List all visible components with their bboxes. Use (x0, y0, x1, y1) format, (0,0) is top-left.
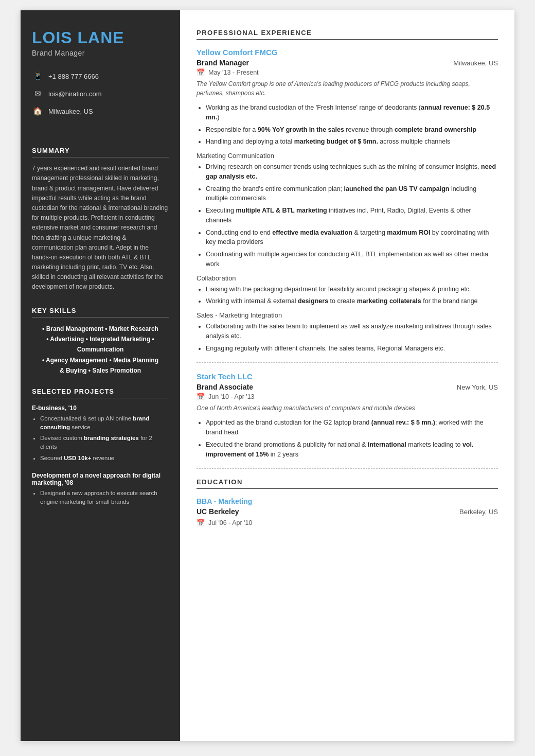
sub-label-collaboration: Collaboration (197, 274, 498, 282)
contact-phone: 📱 +1 888 777 6666 (32, 71, 169, 82)
list-item: Coordinating with multiple agencies for … (206, 250, 498, 269)
sub-label-sales-marketing: Sales - Marketing Integration (197, 311, 498, 319)
skills-section-title: KEY SKILLS (32, 307, 169, 318)
sidebar: LOIS LANE Brand Manager 📱 +1 888 777 666… (21, 10, 180, 741)
divider-2 (197, 468, 498, 469)
contact-list: 📱 +1 888 777 6666 ✉ lois@hiration.com 🏠 … (32, 71, 169, 123)
job-1-bullets-main: Working as the brand custodian of the 'F… (197, 103, 498, 147)
skills-text: • Brand Management • Market Research • A… (32, 324, 169, 376)
address-icon: 🏠 (32, 106, 43, 117)
calendar-icon-2: 📅 (197, 393, 205, 400)
list-item: Designed a new approach to execute searc… (40, 489, 169, 507)
job-2-date: 📅 Jun '10 - Apr '13 (197, 393, 498, 400)
experience-section-title: PROFESSIONAL EXPERIENCE (197, 29, 498, 40)
project-1-title: E-business, '10 (32, 405, 169, 412)
project-2-bullets: Designed a new approach to execute searc… (32, 489, 169, 507)
phone-icon: 📱 (32, 71, 43, 82)
edu-header: UC Berkeley Berkeley, US (197, 507, 498, 517)
job-2-title: Brand Associate (197, 383, 253, 391)
contact-address: 🏠 Milwaukee, US (32, 106, 169, 117)
job-1-marketing-comm-bullets: Driving research on consumer trends usin… (197, 162, 498, 269)
candidate-title: Brand Manager (32, 49, 169, 57)
calendar-icon-3: 📅 (197, 519, 205, 526)
list-item: Secured USD 10k+ revenue (40, 454, 169, 463)
candidate-name: LOIS LANE (32, 29, 169, 47)
list-item: Handling and deploying a total marketing… (206, 137, 498, 147)
list-item: Executed the brand promotions & publicit… (206, 440, 498, 460)
list-item: Working as the brand custodian of the 'F… (206, 103, 498, 122)
list-item: Conceptualized & set up AN online brand … (40, 414, 169, 432)
project-1-bullets: Conceptualized & set up AN online brand … (32, 414, 169, 463)
list-item: Working with internal & external designe… (206, 296, 498, 306)
summary-text: 7 years experienced and result oriented … (32, 164, 169, 292)
job-2-bullets: Appointed as the brand custodian for the… (197, 418, 498, 459)
list-item: Devised custom branding strategies for 2… (40, 434, 169, 452)
projects-section-title: SELECTED PROJECTS (32, 388, 169, 398)
list-item: Engaging regularly with different channe… (206, 344, 498, 354)
job-1-date: 📅 May '13 - Present (197, 68, 498, 76)
edu-degree: BBA - Marketing (197, 497, 498, 505)
company-1-name: Yellow Comfort FMCG (197, 48, 498, 57)
edu-school: UC Berkeley (197, 507, 239, 516)
list-item: Collaborating with the sales team to imp… (206, 322, 498, 341)
project-1: E-business, '10 Conceptualized & set up … (32, 405, 169, 465)
job-1-title: Brand Manager (197, 59, 249, 67)
job-2-description: One of North America's leading manufactu… (197, 403, 498, 413)
list-item: Executing multiple ATL & BTL marketing i… (206, 206, 498, 225)
project-2: Development of a novel approach for digi… (32, 472, 169, 509)
job-1-collaboration-bullets: Liaising with the packaging department f… (197, 285, 498, 307)
main-content: PROFESSIONAL EXPERIENCE Yellow Comfort F… (180, 10, 514, 741)
list-item: Appointed as the brand custodian for the… (206, 418, 498, 437)
calendar-icon: 📅 (197, 68, 205, 76)
job-2-header: Brand Associate New York, US (197, 383, 498, 391)
list-item: Conducting end to end effective media ev… (206, 228, 498, 248)
edu-location: Berkeley, US (459, 508, 498, 516)
job-1-description: The Yellow Comfort group is one of Ameri… (197, 79, 498, 98)
job-1-header: Brand Manager Milwaukee, US (197, 59, 498, 67)
divider-1 (197, 362, 498, 363)
list-item: Responsible for a 90% YoY growth in the … (206, 125, 498, 135)
project-2-title: Development of a novel approach for digi… (32, 472, 169, 486)
edu-date: 📅 Jul '06 - Apr '10 (197, 519, 498, 526)
job-1-location: Milwaukee, US (453, 59, 498, 67)
list-item: Driving research on consumer trends usin… (206, 162, 498, 182)
job-1-sales-bullets: Collaborating with the sales team to imp… (197, 322, 498, 353)
education-section-title: EDUCATION (197, 478, 498, 489)
list-item: Creating the brand's entire communicatio… (206, 184, 498, 204)
company-2-name: Stark Tech LLC (197, 372, 498, 381)
email-icon: ✉ (32, 88, 43, 99)
list-item: Liaising with the packaging department f… (206, 285, 498, 294)
sub-label-marketing-comm: Marketing Communication (197, 152, 498, 160)
contact-email: ✉ lois@hiration.com (32, 88, 169, 99)
summary-section-title: SUMMARY (32, 147, 169, 157)
job-2-location: New York, US (457, 383, 498, 391)
divider-3 (197, 536, 498, 536)
